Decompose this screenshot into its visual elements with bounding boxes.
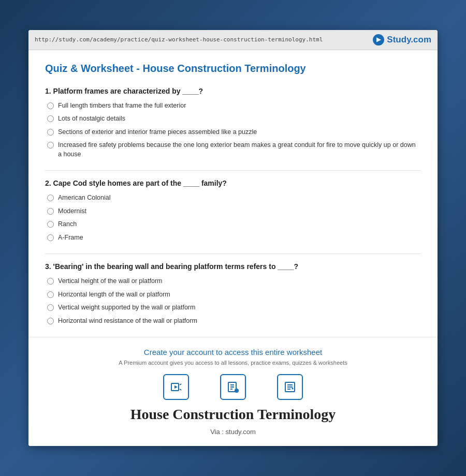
svg-line-3	[180, 389, 181, 390]
radio-2-1[interactable]	[47, 195, 54, 201]
radio-3-4[interactable]	[47, 318, 54, 324]
radio-1-3[interactable]	[47, 129, 54, 136]
radio-1-1[interactable]	[47, 102, 54, 109]
divider-1	[45, 170, 421, 171]
answer-3-3-text: Vertical weight supported by the wall or…	[58, 303, 195, 313]
quiz-icon	[220, 374, 246, 400]
answer-1-4-text: Increased fire safety problems because t…	[58, 141, 419, 159]
question-2: 2. Cape Cod style homes are part of the …	[45, 179, 421, 242]
radio-3-3[interactable]	[47, 304, 54, 311]
radio-2-4[interactable]	[47, 234, 54, 241]
study-logo: ▶ Study.com	[373, 34, 431, 46]
footer-title: House Construction Terminology	[37, 406, 429, 423]
question-3-text: 3. 'Bearing' in the bearing wall and bea…	[45, 262, 421, 271]
answer-option[interactable]: Vertical weight supported by the wall or…	[45, 303, 421, 313]
radio-3-1[interactable]	[47, 278, 54, 285]
answer-2-4-text: A-Frame	[58, 233, 83, 243]
worksheet-icon	[277, 374, 303, 400]
answer-option[interactable]: American Colonial	[45, 194, 421, 203]
answer-option[interactable]: Horizontal wind resistance of the wall o…	[45, 317, 421, 326]
radio-1-2[interactable]	[47, 115, 54, 122]
content-area: Quiz & Worksheet - House Construction Te…	[28, 50, 438, 326]
answer-option[interactable]: Horizontal length of the wall or platfor…	[45, 290, 421, 300]
radio-2-2[interactable]	[47, 208, 54, 215]
question-2-text: 2. Cape Cod style homes are part of the …	[45, 179, 421, 187]
answer-option[interactable]: Lots of nostalgic details	[45, 114, 421, 124]
divider-2	[45, 254, 421, 254]
study-logo-icon: ▶	[373, 34, 384, 46]
radio-2-3[interactable]	[47, 221, 54, 228]
answer-option[interactable]: Sections of exterior and interior frame …	[45, 128, 421, 137]
answer-1-2-text: Lots of nostalgic details	[58, 114, 125, 124]
browser-bar: http://study.com/academy/practice/quiz-w…	[28, 30, 438, 50]
answer-2-1-text: American Colonial	[58, 194, 110, 203]
question-3: 3. 'Bearing' in the bearing wall and bea…	[45, 262, 421, 325]
svg-line-2	[180, 384, 181, 385]
answer-3-4-text: Horizontal wind resistance of the wall o…	[58, 317, 197, 326]
svg-marker-1	[174, 385, 178, 389]
answer-option[interactable]: Modernist	[45, 207, 421, 216]
icons-row	[37, 374, 429, 400]
radio-1-4[interactable]	[47, 142, 54, 148]
video-icon	[163, 374, 189, 400]
footer-via: Via : study.com	[37, 428, 429, 446]
answer-option[interactable]: Vertical height of the wall or platform	[45, 277, 421, 286]
answer-option[interactable]: A-Frame	[45, 233, 421, 243]
browser-url: http://study.com/academy/practice/quiz-w…	[35, 36, 323, 43]
answer-2-3-text: Ranch	[58, 220, 77, 229]
study-logo-text: Study.com	[387, 35, 431, 45]
answer-option[interactable]: Full length timbers that frame the full …	[45, 101, 421, 111]
radio-3-2[interactable]	[47, 291, 54, 298]
page-title: Quiz & Worksheet - House Construction Te…	[45, 63, 421, 75]
answer-2-2-text: Modernist	[58, 207, 86, 216]
answer-1-1-text: Full length timbers that frame the full …	[58, 101, 186, 111]
answer-3-2-text: Horizontal length of the wall or platfor…	[58, 290, 170, 300]
cta-subtitle: A Premium account gives you access to al…	[37, 360, 429, 366]
question-1-text: 1. Platform frames are characterized by …	[45, 87, 421, 95]
cta-section: Create your account to access this entir…	[28, 337, 438, 446]
browser-window: http://study.com/academy/practice/quiz-w…	[28, 30, 438, 447]
answer-option[interactable]: Increased fire safety problems because t…	[45, 141, 421, 159]
answer-3-1-text: Vertical height of the wall or platform	[58, 277, 163, 286]
cta-title: Create your account to access this entir…	[37, 348, 429, 356]
answer-option[interactable]: Ranch	[45, 220, 421, 229]
answer-1-3-text: Sections of exterior and interior frame …	[58, 128, 257, 137]
question-1: 1. Platform frames are characterized by …	[45, 87, 421, 159]
